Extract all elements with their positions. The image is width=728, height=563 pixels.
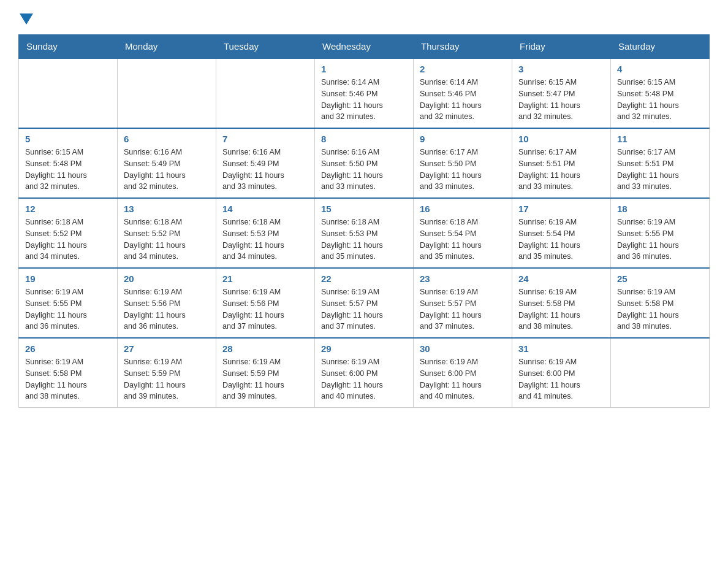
day-number: 8 — [321, 134, 407, 144]
day-number: 4 — [617, 64, 703, 74]
day-number: 5 — [25, 134, 111, 144]
day-info: Sunrise: 6:19 AMSunset: 6:00 PMDaylight:… — [420, 356, 506, 402]
calendar-cell — [19, 58, 118, 128]
day-number: 1 — [321, 64, 407, 74]
day-info: Sunrise: 6:14 AMSunset: 5:46 PMDaylight:… — [321, 77, 407, 123]
weekday-header-friday: Friday — [512, 35, 611, 59]
calendar-cell: 10Sunrise: 6:17 AMSunset: 5:51 PMDayligh… — [512, 128, 611, 198]
day-info: Sunrise: 6:16 AMSunset: 5:49 PMDaylight:… — [222, 147, 308, 193]
day-number: 28 — [222, 343, 308, 354]
logo-triangle-icon — [20, 13, 33, 25]
day-number: 11 — [617, 134, 703, 144]
weekday-header-row: SundayMondayTuesdayWednesdayThursdayFrid… — [19, 35, 710, 59]
calendar-cell: 14Sunrise: 6:18 AMSunset: 5:53 PMDayligh… — [216, 198, 315, 268]
day-info: Sunrise: 6:18 AMSunset: 5:52 PMDaylight:… — [124, 216, 210, 262]
day-info: Sunrise: 6:16 AMSunset: 5:49 PMDaylight:… — [124, 147, 210, 193]
calendar-cell: 21Sunrise: 6:19 AMSunset: 5:56 PMDayligh… — [216, 268, 315, 338]
calendar-cell: 12Sunrise: 6:18 AMSunset: 5:52 PMDayligh… — [19, 198, 118, 268]
day-info: Sunrise: 6:19 AMSunset: 5:56 PMDaylight:… — [222, 286, 308, 332]
calendar-cell: 6Sunrise: 6:16 AMSunset: 5:49 PMDaylight… — [118, 128, 216, 198]
day-number: 15 — [321, 204, 407, 214]
day-info: Sunrise: 6:19 AMSunset: 6:00 PMDaylight:… — [518, 356, 604, 402]
day-info: Sunrise: 6:16 AMSunset: 5:50 PMDaylight:… — [321, 147, 407, 193]
day-info: Sunrise: 6:18 AMSunset: 5:54 PMDaylight:… — [420, 216, 506, 262]
day-number: 18 — [617, 204, 703, 214]
day-number: 21 — [222, 274, 308, 284]
weekday-header-saturday: Saturday — [611, 35, 710, 59]
day-info: Sunrise: 6:15 AMSunset: 5:48 PMDaylight:… — [25, 147, 111, 193]
day-info: Sunrise: 6:19 AMSunset: 5:57 PMDaylight:… — [321, 286, 407, 332]
calendar-week-row: 1Sunrise: 6:14 AMSunset: 5:46 PMDaylight… — [19, 58, 710, 128]
calendar-week-row: 26Sunrise: 6:19 AMSunset: 5:58 PMDayligh… — [19, 338, 710, 408]
day-number: 23 — [420, 274, 506, 284]
calendar-cell: 17Sunrise: 6:19 AMSunset: 5:54 PMDayligh… — [512, 198, 611, 268]
calendar-cell: 19Sunrise: 6:19 AMSunset: 5:55 PMDayligh… — [19, 268, 118, 338]
day-info: Sunrise: 6:19 AMSunset: 5:58 PMDaylight:… — [617, 286, 703, 332]
calendar-cell: 5Sunrise: 6:15 AMSunset: 5:48 PMDaylight… — [19, 128, 118, 198]
calendar-cell: 13Sunrise: 6:18 AMSunset: 5:52 PMDayligh… — [118, 198, 216, 268]
day-number: 24 — [518, 274, 604, 284]
calendar-cell: 8Sunrise: 6:16 AMSunset: 5:50 PMDaylight… — [315, 128, 414, 198]
calendar-cell — [216, 58, 315, 128]
day-number: 10 — [518, 134, 604, 144]
day-number: 20 — [124, 274, 210, 284]
day-number: 25 — [617, 274, 703, 284]
calendar-cell: 16Sunrise: 6:18 AMSunset: 5:54 PMDayligh… — [414, 198, 512, 268]
day-number: 30 — [420, 343, 506, 354]
day-number: 27 — [124, 343, 210, 354]
calendar-cell: 30Sunrise: 6:19 AMSunset: 6:00 PMDayligh… — [414, 338, 512, 408]
day-info: Sunrise: 6:19 AMSunset: 5:55 PMDaylight:… — [617, 216, 703, 262]
day-number: 16 — [420, 204, 506, 214]
day-info: Sunrise: 6:19 AMSunset: 5:59 PMDaylight:… — [124, 356, 210, 402]
day-number: 3 — [518, 64, 604, 74]
calendar-week-row: 12Sunrise: 6:18 AMSunset: 5:52 PMDayligh… — [19, 198, 710, 268]
calendar-cell: 18Sunrise: 6:19 AMSunset: 5:55 PMDayligh… — [611, 198, 710, 268]
calendar-cell: 2Sunrise: 6:14 AMSunset: 5:46 PMDaylight… — [414, 58, 512, 128]
day-number: 29 — [321, 343, 407, 354]
weekday-header-thursday: Thursday — [414, 35, 512, 59]
logo — [18, 12, 33, 22]
day-info: Sunrise: 6:15 AMSunset: 5:47 PMDaylight:… — [518, 77, 604, 123]
weekday-header-wednesday: Wednesday — [315, 35, 414, 59]
calendar-table: SundayMondayTuesdayWednesdayThursdayFrid… — [18, 34, 710, 408]
calendar-week-row: 5Sunrise: 6:15 AMSunset: 5:48 PMDaylight… — [19, 128, 710, 198]
day-info: Sunrise: 6:19 AMSunset: 5:59 PMDaylight:… — [222, 356, 308, 402]
calendar-cell: 25Sunrise: 6:19 AMSunset: 5:58 PMDayligh… — [611, 268, 710, 338]
calendar-cell: 7Sunrise: 6:16 AMSunset: 5:49 PMDaylight… — [216, 128, 315, 198]
calendar-cell: 29Sunrise: 6:19 AMSunset: 6:00 PMDayligh… — [315, 338, 414, 408]
calendar-cell: 9Sunrise: 6:17 AMSunset: 5:50 PMDaylight… — [414, 128, 512, 198]
day-number: 22 — [321, 274, 407, 284]
day-number: 6 — [124, 134, 210, 144]
day-info: Sunrise: 6:14 AMSunset: 5:46 PMDaylight:… — [420, 77, 506, 123]
calendar-cell — [611, 338, 710, 408]
calendar-cell: 20Sunrise: 6:19 AMSunset: 5:56 PMDayligh… — [118, 268, 216, 338]
day-number: 26 — [25, 343, 111, 354]
svg-marker-0 — [20, 13, 33, 25]
calendar-cell: 15Sunrise: 6:18 AMSunset: 5:53 PMDayligh… — [315, 198, 414, 268]
day-info: Sunrise: 6:19 AMSunset: 5:56 PMDaylight:… — [124, 286, 210, 332]
day-number: 9 — [420, 134, 506, 144]
calendar-cell: 1Sunrise: 6:14 AMSunset: 5:46 PMDaylight… — [315, 58, 414, 128]
day-number: 13 — [124, 204, 210, 214]
day-number: 12 — [25, 204, 111, 214]
weekday-header-monday: Monday — [118, 35, 216, 59]
calendar-cell: 24Sunrise: 6:19 AMSunset: 5:58 PMDayligh… — [512, 268, 611, 338]
calendar-cell: 26Sunrise: 6:19 AMSunset: 5:58 PMDayligh… — [19, 338, 118, 408]
weekday-header-sunday: Sunday — [19, 35, 118, 59]
day-number: 2 — [420, 64, 506, 74]
day-info: Sunrise: 6:15 AMSunset: 5:48 PMDaylight:… — [617, 77, 703, 123]
weekday-header-tuesday: Tuesday — [216, 35, 315, 59]
calendar-cell: 4Sunrise: 6:15 AMSunset: 5:48 PMDaylight… — [611, 58, 710, 128]
calendar-cell: 27Sunrise: 6:19 AMSunset: 5:59 PMDayligh… — [118, 338, 216, 408]
calendar-cell: 31Sunrise: 6:19 AMSunset: 6:00 PMDayligh… — [512, 338, 611, 408]
calendar-cell: 11Sunrise: 6:17 AMSunset: 5:51 PMDayligh… — [611, 128, 710, 198]
day-number: 31 — [518, 343, 604, 354]
calendar-cell: 3Sunrise: 6:15 AMSunset: 5:47 PMDaylight… — [512, 58, 611, 128]
day-info: Sunrise: 6:19 AMSunset: 5:57 PMDaylight:… — [420, 286, 506, 332]
calendar-week-row: 19Sunrise: 6:19 AMSunset: 5:55 PMDayligh… — [19, 268, 710, 338]
day-number: 19 — [25, 274, 111, 284]
calendar-cell — [118, 58, 216, 128]
calendar-cell: 28Sunrise: 6:19 AMSunset: 5:59 PMDayligh… — [216, 338, 315, 408]
day-info: Sunrise: 6:19 AMSunset: 5:58 PMDaylight:… — [518, 286, 604, 332]
day-info: Sunrise: 6:19 AMSunset: 6:00 PMDaylight:… — [321, 356, 407, 402]
